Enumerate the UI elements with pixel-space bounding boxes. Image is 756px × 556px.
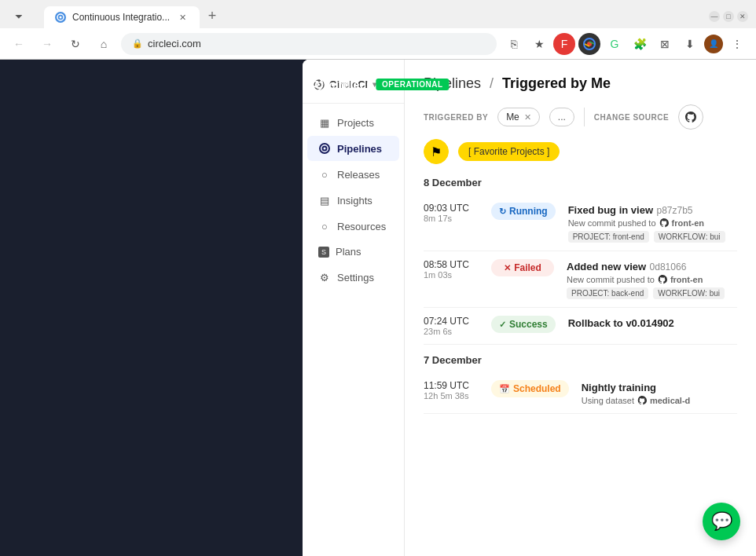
pipeline-elapsed: 12h 5m 38s	[424, 391, 479, 401]
dark-background	[0, 60, 306, 556]
bookmark-manager-icon[interactable]: ⊠	[654, 33, 676, 55]
toolbar-icons: ⎘ ★ F G 🧩 ⊠ ⬇ 👤 ⋮	[503, 33, 748, 55]
status-pill: ✕ Failed	[491, 259, 554, 276]
sidebar-item-insights[interactable]: ▤ Insights	[307, 188, 399, 213]
resources-icon: ○	[318, 220, 331, 232]
pipeline-elapsed: 1m 03s	[424, 270, 479, 280]
pipeline-item[interactable]: 09:03 UTC 8m 17s ↻ Running Fixed bug in …	[424, 195, 737, 251]
main-panel: CircleCI ▾ ▦ Projects Pipelines ○ Releas…	[303, 60, 756, 556]
status-label: Running	[509, 206, 548, 217]
window-controls[interactable]: ⏷	[8, 5, 30, 27]
reload-button[interactable]: ↻	[64, 33, 86, 55]
sidebar-item-settings[interactable]: ⚙ Settings	[307, 265, 399, 290]
content-header: Pipelines / Triggered by Me	[424, 75, 737, 92]
me-chip-label: Me	[506, 112, 519, 123]
minimize-button[interactable]: —	[709, 11, 720, 22]
pipeline-meta: New commit pushed to front-en	[568, 218, 737, 228]
status-icon: ↻	[499, 207, 506, 217]
content-area: Pipelines / Triggered by Me TRIGGERED BY…	[405, 60, 756, 556]
pipeline-utc: 08:58 UTC	[424, 259, 479, 270]
pipelines-circle-icon	[319, 143, 330, 154]
chat-button[interactable]: 💬	[703, 503, 740, 540]
pipeline-info: Nightly training Using dataset medical-d	[582, 380, 737, 405]
extension-puzzle-icon[interactable]: 🧩	[629, 33, 651, 55]
sidebar-item-resources[interactable]: ○ Resources	[307, 214, 399, 239]
project-tag: PROJECT: front-end	[568, 231, 649, 243]
bookmark-star-icon[interactable]: ★	[528, 33, 550, 55]
extension-chrome-icon[interactable]	[578, 33, 600, 55]
home-button[interactable]: ⌂	[93, 33, 115, 55]
browser-titlebar: ⏷ Continuous Integratio... ✕ + — □ ✕	[0, 0, 756, 28]
pipeline-time: 07:24 UTC 23m 6s	[424, 316, 479, 336]
pipeline-tags: PROJECT: front-endWORKFLOW: bui	[568, 231, 737, 243]
close-button[interactable]: ✕	[737, 11, 748, 22]
extension-red-icon[interactable]: F	[553, 33, 575, 55]
sidebar-item-label: Resources	[337, 221, 386, 232]
sidebar-item-pipelines[interactable]: Pipelines	[307, 136, 399, 161]
plans-icon: S	[318, 247, 329, 258]
download-icon[interactable]: ⬇	[679, 33, 701, 55]
lock-icon: 🔒	[132, 38, 143, 49]
sidebar-item-label: Pipelines	[337, 143, 382, 155]
pipeline-item[interactable]: 11:59 UTC 12h 5m 38s 📅 Scheduled Nightly…	[424, 372, 737, 414]
forward-button[interactable]: →	[36, 33, 58, 55]
svg-point-1	[60, 16, 62, 19]
status-icon: 📅	[499, 384, 510, 394]
github-icon	[684, 111, 697, 123]
app-container: circleci ☰ circleci OPERATIONAL Ci	[0, 60, 756, 556]
workflow-tag: WORKFLOW: bui	[654, 231, 725, 243]
cast-icon[interactable]: ⎘	[503, 33, 525, 55]
me-filter-chip[interactable]: Me ✕	[497, 108, 540, 126]
url-input[interactable]: 🔒 circleci.com	[121, 33, 497, 55]
me-chip-close[interactable]: ✕	[524, 112, 531, 123]
flag-source-btn[interactable]: ⚑	[424, 139, 449, 164]
svg-point-14	[323, 147, 327, 151]
tab-list-btn[interactable]: ⏷	[8, 5, 30, 27]
sidebar-item-plans[interactable]: S Plans	[307, 240, 399, 264]
releases-icon: ○	[318, 168, 331, 181]
pipeline-title: Added new view 0d81066	[567, 259, 737, 273]
sidebar-item-projects[interactable]: ▦ Projects	[307, 110, 399, 135]
pipeline-info: Rollback to v0.014902	[568, 316, 737, 330]
pipeline-elapsed: 23m 6s	[424, 327, 479, 336]
pipeline-item[interactable]: 08:58 UTC 1m 03s ✕ Failed Added new view…	[424, 251, 737, 308]
pipeline-status: ✓ Success	[491, 316, 556, 333]
address-bar: ← → ↻ ⌂ 🔒 circleci.com ⎘ ★ F G 🧩 ⊠ ⬇ 👤 ⋮	[0, 28, 756, 60]
more-menu-icon[interactable]: ⋮	[726, 33, 748, 55]
status-label: Success	[509, 319, 548, 330]
breadcrumb: Pipelines / Triggered by Me	[424, 75, 737, 92]
sidebar-item-releases[interactable]: ○ Releases	[307, 162, 399, 187]
status-pill: ✓ Success	[491, 316, 556, 333]
extension-g-icon[interactable]: G	[604, 33, 626, 55]
filter-bar: TRIGGERED BY Me ✕ ... CHANGE SOURCE ⚑ [ …	[424, 104, 737, 164]
pipeline-info: Added new view 0d81066 New commit pushed…	[567, 259, 737, 299]
more-filter-btn[interactable]: ...	[549, 108, 574, 126]
banner-logo: circleci	[306, 75, 369, 93]
github-source-btn[interactable]	[678, 104, 703, 130]
pipeline-info: Fixed bug in view p87z7b5 New commit pus…	[568, 203, 737, 243]
browser-chrome: ⏷ Continuous Integratio... ✕ + — □ ✕ ← →…	[0, 0, 756, 60]
pipeline-status: ↻ Running	[491, 203, 556, 220]
svg-point-9	[314, 77, 317, 80]
filter-divider	[584, 108, 585, 126]
sidebar-item-label: Settings	[337, 272, 374, 283]
maximize-button[interactable]: □	[723, 11, 734, 22]
profile-avatar[interactable]: 👤	[704, 35, 723, 53]
favorite-projects-btn[interactable]: [ Favorite Projects ]	[458, 142, 560, 161]
pipeline-time: 11:59 UTC 12h 5m 38s	[424, 380, 479, 401]
status-pill: 📅 Scheduled	[491, 380, 569, 397]
pipeline-item[interactable]: 07:24 UTC 23m 6s ✓ Success Rollback to v…	[424, 308, 737, 345]
sidebar-item-label: Plans	[336, 246, 361, 258]
svg-point-8	[313, 82, 318, 87]
banner-logo-text: circleci	[328, 78, 369, 91]
tab-title: Continuous Integratio...	[72, 12, 170, 23]
back-button[interactable]: ←	[8, 33, 30, 55]
sidebar-item-label: Releases	[337, 169, 380, 181]
active-tab[interactable]: Continuous Integratio... ✕	[44, 6, 200, 28]
new-tab-button[interactable]: +	[201, 5, 223, 27]
breadcrumb-current: Triggered by Me	[502, 75, 611, 91]
svg-point-13	[320, 144, 329, 153]
banner-logo-icon	[306, 75, 324, 93]
tab-close-btn[interactable]: ✕	[176, 11, 189, 24]
status-banner: circleci OPERATIONAL	[306, 75, 449, 93]
